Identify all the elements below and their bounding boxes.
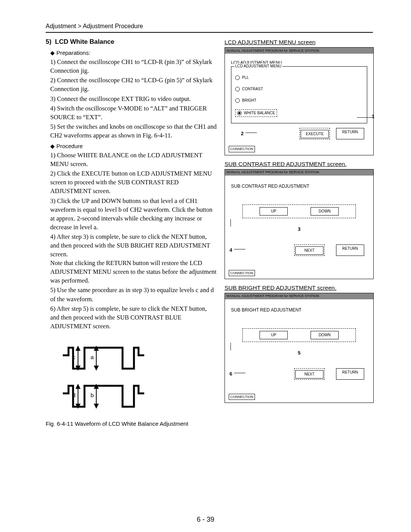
prep-2: 2) Connect the oscilloscope CH2 to “LCD-… [50,76,217,93]
screen3-updown: UP DOWN [242,328,356,342]
connection-3: CONNECTION [229,394,255,400]
proc-5: 5) Use the same procedure as in step 3) … [50,286,217,303]
annotation-3: 3 [229,226,370,233]
radio-contrast-label: CONTRAST [242,86,263,92]
radio-whitebal-label: WHITE BALANCE [244,110,275,116]
screen1-legend: LCD ADJUSTMENT MENU [234,64,282,69]
return-button-1[interactable]: RETURN [336,128,364,139]
screen3-heading: SUB BRIGHT RED ADJUSTMENT [231,307,370,313]
radio-pll[interactable]: PLL [235,75,363,80]
wave-label-c: c [72,354,75,360]
prep-3: 3) Connect the oscilloscope EXT TRIG to … [50,94,217,103]
screen3: MANUAL ADJUSTMENT PROGRAM for SERVICE ST… [225,293,374,403]
wave-label-a: a [91,354,94,360]
preparations-list: 1) Connect the oscilloscope CH1 to “LCD-… [50,58,217,140]
screen3-titlebar: MANUAL ADJUSTMENT PROGRAM for SERVICE ST… [225,293,373,299]
down-button-3[interactable]: DOWN [311,331,339,339]
execute-button[interactable]: EXECUTE [301,130,329,138]
screen2-heading: SUB CONTRAST RED ADJUSTMENT [231,183,370,190]
up-button-3[interactable]: UP [260,331,288,339]
prep-5: 5) Set the switches and knobs on oscillo… [50,122,217,140]
annotation-1: 1 [372,113,374,120]
screen1-titlebar: MANUAL ADJUSTMENT PROGRAM for SERVICE ST… [225,48,373,54]
connection-1: CONNECTION [229,146,255,152]
proc-4: 4) After step 3) is complete, be sure to… [50,232,217,285]
wave-label-d: d [72,392,75,398]
prep-1: 1) Connect the oscilloscope CH1 to “LCD-… [50,58,217,75]
annotation-4: 4 [229,247,232,254]
section-title: 5) LCD White Balance [46,37,217,46]
section-number: 5) [46,38,51,45]
screen2-label: SUB CONTRAST RED ADJUSTMENT screen. [225,160,374,168]
procedure-list: 1) Choose WHITE BALANCE on the LCD ADJUS… [50,151,217,331]
proc-2: 2) Click the EXECUTE button on LCD ADJUS… [50,169,217,195]
screen2-updown: UP DOWN [242,204,356,218]
return-button-2[interactable]: RETURN [336,244,364,256]
connection-2: CONNECTION [229,270,255,276]
up-button-2[interactable]: UP [260,207,288,216]
proc-1: 1) Choose WHITE BALANCE on the LCD ADJUS… [50,151,217,168]
wave-label-b: b [91,392,94,398]
next-button-3[interactable]: NEXT [295,370,323,379]
screen1: MANUAL ADJUSTMENT PROGRAM for SERVICE ST… [225,47,374,155]
screen2-titlebar: MANUAL ADJUSTMENT PROGRAM for SERVICE ST… [225,169,373,176]
screen1-fieldset: LCD ADJUSTMENT MENU PLL CONTRAST BRIGHT … [231,66,367,123]
proc-3: 3) Click the UP and DOWN buttons so that… [50,197,217,232]
return-button-3[interactable]: RETURN [336,368,364,380]
annotation-2: 2 [241,130,244,137]
radio-pll-label: PLL [242,75,249,80]
radio-whitebal[interactable]: WHITE BALANCE [235,109,363,117]
prep-4: 4) Switch the oscilloscope V-MODE to “AL… [50,104,217,121]
preparations-label: ◆ Preparations: [50,49,217,57]
down-button-2[interactable]: DOWN [311,207,339,216]
figure-caption: Fig. 6-4-11 Waveform of LCD White Balanc… [46,420,217,428]
svg-marker-7 [76,385,80,388]
proc-6: 6) After step 5) is complete, be sure to… [50,304,217,331]
page-number: 6 - 39 [0,515,411,524]
next-button-2[interactable]: NEXT [295,246,323,255]
divider [46,32,373,33]
section-name: LCD White Balance [55,38,115,45]
breadcrumb: Adjustment > Adjustment Procedure [46,22,373,30]
svg-marker-1 [76,347,80,350]
radio-contrast[interactable]: CONTRAST [235,86,363,92]
annotation-5: 5 [229,350,370,356]
screen2: MANUAL ADJUSTMENT PROGRAM for SERVICE ST… [225,169,374,279]
screen1-label: LCD ADJUSTMENT MENU screen [225,38,374,46]
procedure-label: ◆ Procedure [50,142,217,150]
waveform-figure: c a d b [61,338,217,414]
screen3-label: SUB BRIGHT RED ADJUSTMENT screen. [225,284,374,292]
radio-bright[interactable]: BRIGHT [235,98,363,103]
svg-marker-11 [94,404,98,408]
svg-marker-5 [94,366,98,370]
radio-bright-label: BRIGHT [242,98,256,103]
annotation-6: 6 [229,371,232,377]
